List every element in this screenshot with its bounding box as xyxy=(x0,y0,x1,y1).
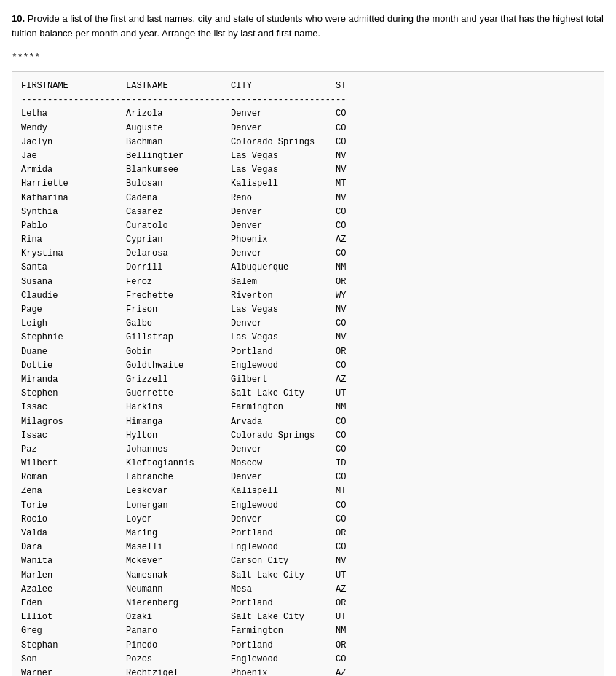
question-text: 10. Provide a list of the first and last… xyxy=(12,12,604,40)
question-number: 10. xyxy=(12,13,25,24)
stars-divider: ***** xyxy=(12,52,604,63)
result-table: FIRSTNAME LASTNAME CITY ST -------------… xyxy=(12,71,604,676)
question-body: Provide a list of the first and last nam… xyxy=(12,13,604,39)
